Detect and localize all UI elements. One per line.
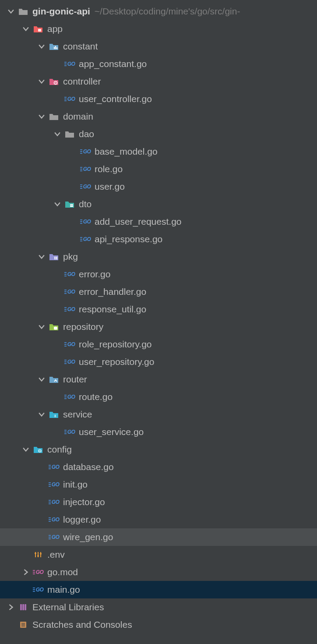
go-file-icon: GO xyxy=(48,479,60,490)
go-file-icon: GO xyxy=(64,427,75,437)
tree-item-repository[interactable]: repository xyxy=(0,318,317,336)
tree-item-response-util-go[interactable]: GO response_util.go xyxy=(0,301,317,318)
folder-label: service xyxy=(63,409,92,420)
tree-item-service[interactable]: Σ service xyxy=(0,406,317,423)
chevron-down-icon[interactable] xyxy=(21,445,31,454)
tree-item-pkg[interactable]: pkg xyxy=(0,248,317,265)
go-file-icon: GO xyxy=(48,462,60,472)
tree-item-wire-gen-go[interactable]: GO wire_gen.go xyxy=(0,528,317,546)
project-root-path: ~/Desktop/coding/mine's/go/src/gin- xyxy=(95,6,240,17)
tree-item-api-response-go[interactable]: GO api_response.go xyxy=(0,230,317,248)
svg-point-18 xyxy=(40,553,42,555)
go-file-icon: GO xyxy=(48,514,60,525)
chevron-down-icon[interactable] xyxy=(21,24,31,34)
tree-item-role-go[interactable]: GO role.go xyxy=(0,160,317,178)
chevron-down-icon[interactable] xyxy=(6,7,16,16)
folder-label: controller xyxy=(63,76,101,87)
chevron-down-icon[interactable] xyxy=(37,375,46,384)
tree-item-domain[interactable]: domain xyxy=(0,108,317,125)
tree-item-user-service-go[interactable]: GO user_service.go xyxy=(0,423,317,441)
tree-item-go-mod[interactable]: GO go.mod xyxy=(0,563,317,581)
folder-app-icon xyxy=(32,24,44,34)
svg-rect-20 xyxy=(22,604,24,610)
tree-item-logger-go[interactable]: GO logger.go xyxy=(0,511,317,528)
scratches-label: Scratches and Consoles xyxy=(32,619,132,630)
svg-point-5 xyxy=(55,82,56,83)
go-file-icon: GO xyxy=(80,216,91,227)
folder-label: repository xyxy=(63,322,103,332)
file-label: route.go xyxy=(79,392,113,402)
chevron-down-icon[interactable] xyxy=(37,252,46,262)
tree-item-database-go[interactable]: GO database.go xyxy=(0,458,317,476)
tree-item-error-handler-go[interactable]: GO error_handler.go xyxy=(0,283,317,301)
tree-item-external-libraries[interactable]: External Libraries xyxy=(0,598,317,616)
tree-item-project-root[interactable]: gin-gonic-api ~/Desktop/coding/mine's/go… xyxy=(0,3,317,20)
tree-item-error-go[interactable]: GO error.go xyxy=(0,265,317,283)
go-file-icon: GO xyxy=(80,181,91,192)
tree-item-user-repository-go[interactable]: GO user_repository.go xyxy=(0,353,317,371)
project-root-label: gin-gonic-api xyxy=(32,6,90,17)
folder-controller-icon xyxy=(48,76,60,87)
project-tree: gin-gonic-api ~/Desktop/coding/mine's/go… xyxy=(0,0,317,633)
folder-icon xyxy=(48,111,60,122)
chevron-down-icon[interactable] xyxy=(37,112,46,121)
external-libraries-label: External Libraries xyxy=(32,602,104,612)
tree-item-main-go[interactable]: GO main.go xyxy=(0,581,317,598)
svg-point-16 xyxy=(35,552,36,554)
chevron-down-icon[interactable] xyxy=(53,199,62,209)
go-file-icon: GO xyxy=(48,532,60,542)
chevron-down-icon[interactable] xyxy=(37,322,46,332)
tree-item-init-go[interactable]: GO init.go xyxy=(0,476,317,493)
chevron-down-icon[interactable] xyxy=(53,129,62,139)
tree-item-user-controller-go[interactable]: GO user_controller.go xyxy=(0,90,317,108)
tree-item-env[interactable]: .env xyxy=(0,546,317,563)
file-label: error.go xyxy=(79,269,110,280)
folder-label: domain xyxy=(63,111,93,122)
file-label: logger.go xyxy=(63,514,101,525)
chevron-down-icon[interactable] xyxy=(37,77,46,86)
tree-item-role-repository-go[interactable]: GO role_repository.go xyxy=(0,336,317,353)
chevron-right-icon[interactable] xyxy=(21,567,31,577)
tree-item-app-constant-go[interactable]: GO app_constant.go xyxy=(0,55,317,73)
go-file-icon: GO xyxy=(80,146,91,157)
tree-item-user-go[interactable]: GO user.go xyxy=(0,178,317,195)
tree-item-route-go[interactable]: GO route.go xyxy=(0,388,317,406)
tree-item-injector-go[interactable]: GO injector.go xyxy=(0,493,317,511)
tree-item-base-model-go[interactable]: GO base_model.go xyxy=(0,143,317,160)
chevron-down-icon[interactable] xyxy=(37,410,46,419)
tree-item-scratches[interactable]: Scratches and Consoles xyxy=(0,616,317,633)
tree-item-dao[interactable]: dao xyxy=(0,125,317,143)
tree-item-app[interactable]: app xyxy=(0,20,317,38)
file-label: user_controller.go xyxy=(79,94,152,104)
tree-item-add-user-request-go[interactable]: GO add_user_request.go xyxy=(0,213,317,230)
svg-text:Σ: Σ xyxy=(54,414,56,418)
go-file-icon: GO xyxy=(64,304,75,315)
folder-pkg-icon xyxy=(48,251,60,262)
svg-point-12 xyxy=(39,450,40,451)
env-file-icon xyxy=(32,549,44,560)
file-label: role.go xyxy=(95,164,123,174)
folder-repository-icon xyxy=(48,322,60,332)
chevron-right-icon[interactable] xyxy=(6,602,16,612)
tree-item-router[interactable]: router xyxy=(0,371,317,388)
tree-item-dto[interactable]: dto xyxy=(0,195,317,213)
chevron-down-icon[interactable] xyxy=(37,42,46,51)
tree-item-controller[interactable]: controller xyxy=(0,73,317,90)
go-file-icon: GO xyxy=(80,164,91,174)
svg-rect-1 xyxy=(54,47,55,49)
file-label: .env xyxy=(47,549,65,560)
tree-item-config[interactable]: config xyxy=(0,441,317,458)
svg-rect-3 xyxy=(56,47,57,49)
folder-label: pkg xyxy=(63,251,78,262)
svg-rect-0 xyxy=(38,29,41,32)
go-file-icon: GO xyxy=(64,357,75,367)
folder-icon xyxy=(18,6,29,17)
folder-icon xyxy=(64,129,75,139)
file-label: error_handler.go xyxy=(79,287,146,297)
folder-router-icon xyxy=(48,374,60,385)
go-file-icon: GO xyxy=(48,497,60,507)
go-file-icon: GO xyxy=(80,234,91,244)
file-label: init.go xyxy=(63,479,88,490)
file-label: user_service.go xyxy=(79,427,144,437)
tree-item-constant[interactable]: constant xyxy=(0,38,317,55)
